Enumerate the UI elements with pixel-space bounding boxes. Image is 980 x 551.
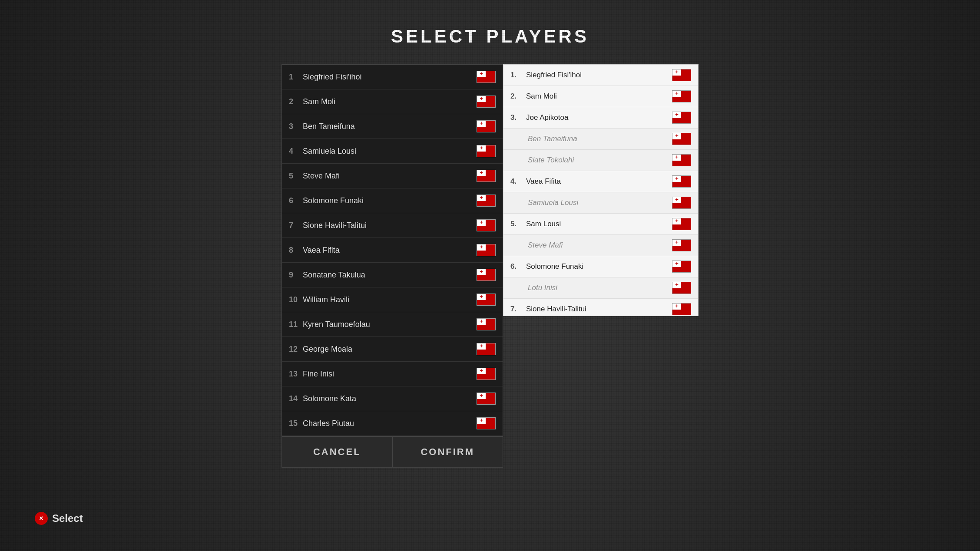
lineup-sub-name: Steve Mafi — [528, 241, 672, 250]
player-num: 14 — [289, 394, 303, 403]
lineup-starter-name: Sam Moli — [526, 92, 672, 101]
lineup-sub-name: Samiuela Lousi — [528, 198, 672, 207]
lineup-num: 2. — [510, 92, 526, 101]
player-flag — [477, 318, 496, 330]
lineup-flag — [672, 90, 691, 102]
lineup-starter-row[interactable]: 5. Sam Lousi — [503, 214, 698, 235]
lineup-flag — [672, 261, 691, 273]
lineup-flag — [672, 69, 691, 81]
lineup-num: 3. — [510, 113, 526, 122]
player-num: 6 — [289, 196, 303, 205]
player-flag — [477, 393, 496, 405]
lineup-sub-row[interactable]: Ben Tameifuna — [503, 129, 698, 150]
player-name: Samiuela Lousi — [303, 147, 477, 156]
player-flag — [477, 294, 496, 306]
player-name: Sione Havili-Talitui — [303, 221, 477, 230]
player-num: 8 — [289, 246, 303, 255]
x-icon: × — [35, 512, 48, 525]
player-row[interactable]: 1 Siegfried Fisi'ihoi — [282, 65, 503, 89]
left-panel: 1 Siegfried Fisi'ihoi 2 Sam Moli 3 Ben T… — [281, 64, 503, 468]
player-row[interactable]: 4 Samiuela Lousi — [282, 139, 503, 164]
player-name: Fine Inisi — [303, 370, 477, 379]
player-num: 9 — [289, 271, 303, 280]
player-name: Sonatane Takulua — [303, 271, 477, 280]
lineup-sub-name: Lotu Inisi — [528, 284, 672, 292]
lineup-sub-flag — [672, 154, 691, 166]
player-num: 11 — [289, 320, 303, 329]
player-num: 13 — [289, 370, 303, 379]
player-row[interactable]: 9 Sonatane Takulua — [282, 263, 503, 287]
lineup-starter-name: Joe Apikotoa — [526, 113, 672, 122]
lineup-sub-name: Ben Tameifuna — [528, 135, 672, 143]
player-num: 15 — [289, 419, 303, 428]
player-list: 1 Siegfried Fisi'ihoi 2 Sam Moli 3 Ben T… — [282, 65, 503, 436]
player-flag — [477, 170, 496, 182]
lineup-starter-row[interactable]: 4. Vaea Fifita — [503, 171, 698, 192]
player-flag — [477, 219, 496, 231]
player-row[interactable]: 10 William Havili — [282, 287, 503, 312]
player-num: 2 — [289, 97, 303, 106]
lineup-starter-row[interactable]: 1. Siegfried Fisi'ihoi — [503, 65, 698, 86]
player-row[interactable]: 6 Solomone Funaki — [282, 188, 503, 213]
player-name: Charles Piutau — [303, 419, 477, 428]
lineup-starter-name: Sam Lousi — [526, 220, 672, 228]
player-flag — [477, 195, 496, 207]
lineup-sub-row[interactable]: Siate Tokolahi — [503, 150, 698, 171]
player-name: Sam Moli — [303, 97, 477, 106]
player-flag — [477, 145, 496, 157]
player-flag — [477, 417, 496, 429]
lineup-flag — [672, 112, 691, 124]
player-flag — [477, 368, 496, 380]
player-row[interactable]: 13 Fine Inisi — [282, 362, 503, 386]
player-row[interactable]: 3 Ben Tameifuna — [282, 114, 503, 139]
player-name: Vaea Fifita — [303, 246, 477, 255]
bottom-buttons: CANCEL CONFIRM — [282, 436, 503, 467]
player-flag — [477, 343, 496, 355]
lineup-starter-name: Sione Havili-Talitui — [526, 305, 672, 313]
lineup-sub-flag — [672, 239, 691, 251]
player-num: 1 — [289, 73, 303, 82]
player-num: 3 — [289, 122, 303, 131]
select-button[interactable]: × Select — [35, 512, 83, 525]
player-name: Solomone Funaki — [303, 196, 477, 205]
lineup-flag — [672, 303, 691, 315]
player-num: 10 — [289, 295, 303, 304]
player-row[interactable]: 5 Steve Mafi — [282, 164, 503, 188]
player-row[interactable]: 14 Solomone Kata — [282, 386, 503, 411]
lineup-flag — [672, 175, 691, 188]
player-row[interactable]: 7 Sione Havili-Talitui — [282, 213, 503, 238]
player-name: George Moala — [303, 345, 477, 354]
player-row[interactable]: 12 George Moala — [282, 337, 503, 362]
lineup-sub-name: Siate Tokolahi — [528, 156, 672, 165]
lineup-starter-name: Vaea Fifita — [526, 177, 672, 186]
lineup-flag — [672, 218, 691, 230]
lineup-starter-row[interactable]: 3. Joe Apikotoa — [503, 107, 698, 129]
lineup-starter-row[interactable]: 6. Solomone Funaki — [503, 256, 698, 277]
player-row[interactable]: 11 Kyren Taumoefolau — [282, 312, 503, 337]
player-name: William Havili — [303, 295, 477, 304]
player-row[interactable]: 15 Charles Piutau — [282, 411, 503, 436]
select-label: Select — [52, 512, 83, 525]
lineup-list: 1. Siegfried Fisi'ihoi 2. Sam Moli 3. Jo… — [503, 65, 698, 316]
lineup-starter-row[interactable]: 2. Sam Moli — [503, 86, 698, 107]
player-flag — [477, 120, 496, 132]
lineup-sub-row[interactable]: Lotu Inisi — [503, 277, 698, 299]
cancel-button[interactable]: CANCEL — [282, 437, 393, 467]
player-row[interactable]: 8 Vaea Fifita — [282, 238, 503, 263]
player-num: 5 — [289, 172, 303, 181]
lineup-starter-row[interactable]: 7. Sione Havili-Talitui — [503, 299, 698, 316]
lineup-num: 1. — [510, 71, 526, 79]
player-flag — [477, 269, 496, 281]
player-row[interactable]: 2 Sam Moli — [282, 89, 503, 114]
confirm-button[interactable]: CONFIRM — [393, 437, 503, 467]
player-flag — [477, 96, 496, 108]
lineup-sub-row[interactable]: Samiuela Lousi — [503, 192, 698, 214]
lineup-sub-flag — [672, 282, 691, 294]
lineup-num: 7. — [510, 305, 526, 313]
player-num: 4 — [289, 147, 303, 156]
lineup-sub-row[interactable]: Steve Mafi — [503, 235, 698, 256]
page-title: SELECT PLAYERS — [0, 0, 980, 47]
lineup-starter-name: Siegfried Fisi'ihoi — [526, 71, 672, 79]
lineup-sub-flag — [672, 133, 691, 145]
player-name: Steve Mafi — [303, 172, 477, 181]
